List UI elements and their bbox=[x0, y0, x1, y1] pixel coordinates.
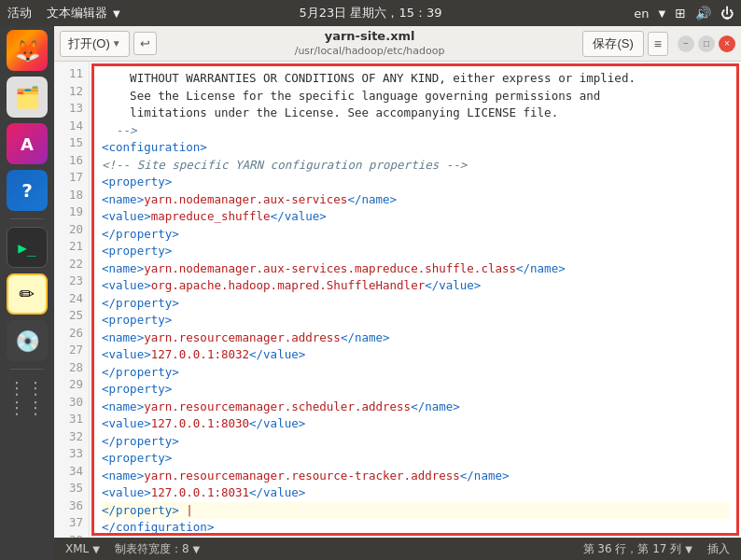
dock-item-text-editor[interactable]: ✏️ bbox=[7, 273, 48, 315]
code-line-24: </property> bbox=[102, 295, 729, 313]
line-num-33: 33 bbox=[54, 445, 89, 463]
filename-display: yarn-site.xml /usr/local/hadoop/etc/hado… bbox=[161, 29, 580, 58]
dock-divider-2 bbox=[10, 369, 44, 370]
status-bar: XML ▼ 制表符宽度：8 ▼ 第 36 行，第 17 列 ▼ 插入 bbox=[54, 538, 741, 560]
line-num-30: 30 bbox=[54, 394, 89, 412]
save-button[interactable]: 保存(S) bbox=[582, 31, 643, 57]
code-line-27: <value>127.0.0.1:8032</value> bbox=[102, 346, 729, 364]
menu-button[interactable]: ≡ bbox=[648, 32, 668, 56]
code-line-25: <property> bbox=[102, 312, 729, 329]
line-num-27: 27 bbox=[54, 342, 89, 359]
system-bar-left: 活动 文本编辑器 ▼ bbox=[7, 5, 120, 21]
dock-item-firefox[interactable]: 🦊 bbox=[7, 30, 48, 71]
code-line-32: </property> bbox=[102, 433, 729, 451]
app-menu-arrow[interactable]: ▼ bbox=[113, 8, 120, 19]
dvd-icon: 💿 bbox=[15, 329, 40, 353]
code-line-17: <property> bbox=[102, 174, 729, 191]
code-line-26: <name>yarn.resourcemanager.address</name… bbox=[102, 329, 729, 347]
code-line-21: <property> bbox=[102, 243, 729, 260]
code-line-34: <name>yarn.resourcemanager.resource-trac… bbox=[102, 468, 729, 485]
code-line-11: WITHOUT WARRANTIES OR CONDITIONS OF ANY … bbox=[102, 70, 729, 88]
line-num-28: 28 bbox=[54, 359, 89, 377]
format-arrow: ▼ bbox=[92, 544, 100, 554]
insert-mode[interactable]: 插入 bbox=[707, 541, 730, 557]
lang-arrow: ▼ bbox=[659, 8, 666, 19]
format-label: XML bbox=[65, 542, 89, 555]
line-num-16: 16 bbox=[54, 152, 89, 170]
minimize-button[interactable]: − bbox=[678, 35, 694, 52]
code-line-35: <value>127.0.0.1:8031</value> bbox=[102, 484, 729, 502]
tab-label: 制表符宽度：8 bbox=[115, 541, 189, 557]
insert-label: 插入 bbox=[707, 541, 730, 557]
line-num-32: 32 bbox=[54, 428, 89, 446]
save-label: 保存(S) bbox=[593, 35, 633, 52]
code-line-23: <value>org.apache.hadoop.mapred.ShuffleH… bbox=[102, 277, 729, 295]
power-icon[interactable]: ⏻ bbox=[720, 6, 734, 21]
line-num-12: 12 bbox=[54, 83, 89, 101]
open-button[interactable]: 打开(O) ▼ bbox=[60, 31, 130, 57]
code-line-19: <value>mapreduce_shuffle</value> bbox=[102, 208, 729, 226]
editor-window: 打开(O) ▼ ↩ yarn-site.xml /usr/local/hadoo… bbox=[54, 26, 741, 560]
toolbar: 打开(O) ▼ ↩ yarn-site.xml /usr/local/hadoo… bbox=[54, 26, 741, 62]
code-line-18: <name>yarn.nodemanager.aux-services</nam… bbox=[102, 191, 729, 209]
filepath-label: /usr/local/hadoop/etc/hadoop bbox=[295, 45, 445, 58]
tab-width-indicator[interactable]: 制表符宽度：8 ▼ bbox=[115, 541, 200, 557]
grid-icon: ⋮⋮⋮⋮ bbox=[8, 378, 46, 417]
tab-arrow: ▼ bbox=[193, 544, 201, 554]
line-num-34: 34 bbox=[54, 463, 89, 481]
main-window: 🦊 🗂️ A ? ▶_ ✏️ 💿 ⋮⋮⋮⋮ 打开(O) bbox=[0, 26, 741, 560]
line-num-23: 23 bbox=[54, 273, 89, 290]
line-num-25: 25 bbox=[54, 307, 89, 325]
line-num-17: 17 bbox=[54, 169, 89, 187]
line-num-15: 15 bbox=[54, 134, 89, 152]
back-button[interactable]: ↩ bbox=[133, 32, 157, 55]
line-num-18: 18 bbox=[54, 187, 89, 204]
code-line-37: </configuration> bbox=[102, 519, 729, 536]
dock-item-terminal[interactable]: ▶_ bbox=[7, 227, 48, 268]
files-icon: 🗂️ bbox=[15, 86, 40, 109]
dock-item-grid[interactable]: ⋮⋮⋮⋮ bbox=[7, 377, 48, 418]
dock-item-apps[interactable]: A bbox=[7, 123, 48, 164]
open-arrow-icon: ▼ bbox=[112, 38, 121, 49]
window-controls: − □ × bbox=[678, 35, 735, 52]
code-line-31: <value>127.0.0.1:8030</value> bbox=[102, 415, 729, 433]
dock-item-dvd[interactable]: 💿 bbox=[7, 320, 48, 361]
line-num-35: 35 bbox=[54, 480, 89, 497]
dock-item-files[interactable]: 🗂️ bbox=[7, 77, 48, 118]
code-line-29: <property> bbox=[102, 381, 729, 399]
code-line-30: <name>yarn.resourcemanager.scheduler.add… bbox=[102, 399, 729, 416]
cursor-position[interactable]: 第 36 行，第 17 列 ▼ bbox=[583, 541, 693, 557]
network-icon[interactable]: ⊞ bbox=[675, 6, 686, 21]
line-num-26: 26 bbox=[54, 325, 89, 343]
line-num-11: 11 bbox=[54, 65, 89, 83]
code-line-14: --> bbox=[102, 122, 729, 140]
text-editor-icon: ✏️ bbox=[20, 283, 35, 305]
code-line-36: </property> | bbox=[102, 502, 729, 520]
close-button[interactable]: × bbox=[719, 35, 735, 52]
filename-label: yarn-site.xml bbox=[325, 29, 415, 45]
format-indicator[interactable]: XML ▼ bbox=[65, 542, 100, 555]
system-bar: 活动 文本编辑器 ▼ 5月23日 星期六，15：39 en ▼ ⊞ 🔊 ⏻ bbox=[0, 0, 741, 26]
code-line-16: <!-- Site specific YARN configuration pr… bbox=[102, 157, 729, 175]
dock-divider bbox=[10, 218, 44, 219]
dock-item-help[interactable]: ? bbox=[7, 170, 48, 211]
system-datetime: 5月23日 星期六，15：39 bbox=[299, 5, 441, 21]
activities-button[interactable]: 活动 bbox=[7, 5, 32, 21]
line-num-24: 24 bbox=[54, 290, 89, 308]
open-label: 打开(O) bbox=[68, 35, 110, 52]
line-num-29: 29 bbox=[54, 376, 89, 394]
code-area[interactable]: WITHOUT WARRANTIES OR CONDITIONS OF ANY … bbox=[91, 63, 739, 536]
line-num-37: 37 bbox=[54, 514, 89, 532]
line-num-21: 21 bbox=[54, 238, 89, 256]
code-line-12: See the License for the specific languag… bbox=[102, 88, 729, 105]
position-arrow: ▼ bbox=[685, 544, 692, 554]
volume-icon[interactable]: 🔊 bbox=[695, 6, 711, 21]
maximize-button[interactable]: □ bbox=[698, 35, 715, 52]
app-name-label[interactable]: 文本编辑器 bbox=[47, 5, 107, 21]
code-line-20: </property> bbox=[102, 226, 729, 244]
line-num-22: 22 bbox=[54, 256, 89, 273]
editor-content[interactable]: 1112131415161718192021222324252627282930… bbox=[54, 62, 741, 538]
system-bar-right: en ▼ ⊞ 🔊 ⏻ bbox=[634, 6, 734, 21]
language-indicator[interactable]: en bbox=[634, 7, 649, 21]
code-line-28: </property> bbox=[102, 364, 729, 382]
